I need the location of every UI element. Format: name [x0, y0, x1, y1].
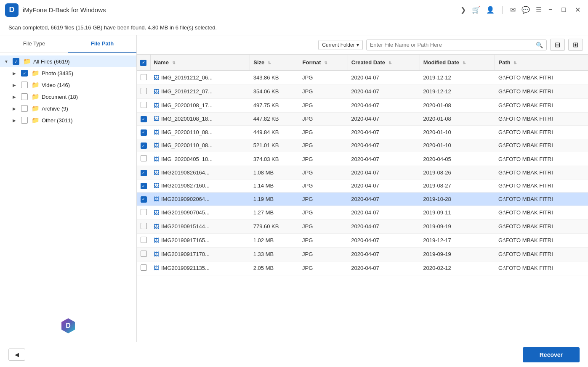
search-icon: 🔍 — [536, 42, 543, 48]
row-checkbox-cell[interactable] — [137, 166, 150, 180]
row-checkbox-cell[interactable] — [137, 261, 150, 275]
row-path: G:\FOTO MBAK FITRI — [495, 261, 588, 275]
row-checkbox[interactable] — [141, 143, 147, 149]
search-input[interactable] — [370, 42, 536, 48]
row-checkbox-cell[interactable] — [137, 247, 150, 261]
checkbox-all-files[interactable] — [13, 58, 19, 65]
row-modified: 2019-12-12 — [420, 71, 495, 85]
row-checkbox-cell[interactable] — [137, 152, 150, 166]
header-checkbox-cell[interactable] — [137, 55, 150, 71]
recover-button[interactable]: Recover — [523, 347, 580, 362]
row-path: G:\FOTO MBAK FITRI — [495, 179, 588, 193]
row-checkbox[interactable] — [141, 183, 147, 189]
row-checkbox-cell[interactable] — [137, 219, 150, 233]
tree-item-document[interactable]: ▶ 📁 Document (18) — [0, 91, 136, 103]
row-checkbox[interactable] — [141, 155, 147, 161]
checkbox-archive[interactable] — [21, 105, 28, 112]
minimize-button[interactable]: − — [546, 5, 555, 15]
row-checkbox[interactable] — [141, 102, 147, 108]
title-bar: D iMyFone D-Back for Windows ❯ 🛒 👤 ✉ 💬 ☰… — [0, 0, 588, 20]
tab-file-path[interactable]: File Path — [68, 35, 136, 53]
row-checkbox[interactable] — [141, 264, 147, 271]
checkbox-photo[interactable] — [21, 70, 28, 77]
row-modified: 2019-08-27 — [420, 179, 495, 193]
row-checkbox-cell[interactable] — [137, 206, 150, 219]
tree-item-other[interactable]: ▶ 📁 Other (3011) — [0, 114, 136, 126]
row-checkbox-cell[interactable] — [137, 112, 150, 126]
row-checkbox-cell[interactable] — [137, 98, 150, 112]
share-icon[interactable]: ❯ — [460, 6, 466, 14]
row-path: G:\FOTO MBAK FITRI — [495, 84, 588, 98]
row-checkbox-cell[interactable] — [137, 139, 150, 152]
table-header-row: Name ⇅ Size ⇅ Format ⇅ Created Date — [137, 55, 588, 71]
file-icon: 🖼 — [154, 237, 159, 243]
tree-item-photo[interactable]: ▶ 📁 Photo (3435) — [0, 67, 136, 79]
search-box[interactable]: 🔍 — [366, 40, 547, 50]
row-checkbox[interactable] — [141, 209, 147, 215]
folder-icon-video: 📁 — [32, 81, 40, 89]
file-icon: 🖼 — [154, 142, 159, 148]
video-label: Video (146) — [42, 82, 70, 88]
header-modified[interactable]: Modified Date ⇅ — [420, 55, 495, 71]
row-checkbox-cell[interactable] — [137, 71, 150, 85]
expand-icon-document: ▶ — [13, 95, 19, 99]
row-created: 2020-04-07 — [348, 261, 420, 275]
header-size[interactable]: Size ⇅ — [250, 55, 299, 71]
row-checkbox-cell[interactable] — [137, 179, 150, 193]
chat-icon[interactable]: 💬 — [521, 6, 530, 14]
mail-icon[interactable]: ✉ — [510, 6, 516, 14]
row-checkbox[interactable] — [141, 116, 147, 122]
row-modified: 2020-02-12 — [420, 261, 495, 275]
row-modified: 2020-01-08 — [420, 98, 495, 112]
tree-item-all-files[interactable]: ▼ 📁 All Files (6619) — [0, 55, 136, 67]
header-format[interactable]: Format ⇅ — [299, 55, 348, 71]
folder-dropdown[interactable]: Current Folder ▾ — [318, 40, 362, 50]
checkbox-document[interactable] — [21, 93, 28, 100]
header-name[interactable]: Name ⇅ — [150, 55, 250, 71]
archive-label: Archive (9) — [42, 106, 68, 112]
row-format: JPG — [299, 152, 348, 166]
file-table: Name ⇅ Size ⇅ Format ⇅ Created Date — [137, 55, 588, 275]
row-created: 2020-04-07 — [348, 71, 420, 85]
row-checkbox-cell[interactable] — [137, 126, 150, 139]
row-path: G:\FOTO MBAK FITRI — [495, 152, 588, 166]
checkbox-other[interactable] — [21, 117, 28, 124]
user-icon[interactable]: 👤 — [486, 6, 495, 14]
table-row: 🖼 IMG_20191212_07... 354.06 KB JPG 2020-… — [137, 84, 588, 98]
row-checkbox[interactable] — [141, 170, 147, 176]
row-modified: 2019-09-11 — [420, 206, 495, 219]
checkbox-video[interactable] — [21, 82, 28, 88]
row-name: 🖼 IMG_20200108_18... — [150, 112, 250, 126]
row-format: JPG — [299, 84, 348, 98]
filter-button[interactable]: ⊟ — [550, 39, 565, 51]
tree-item-video[interactable]: ▶ 📁 Video (146) — [0, 79, 136, 91]
row-checkbox[interactable] — [141, 223, 147, 229]
row-checkbox[interactable] — [141, 251, 147, 257]
row-checkbox[interactable] — [141, 129, 147, 136]
menu-icon[interactable]: ☰ — [536, 6, 542, 14]
row-checkbox[interactable] — [141, 74, 147, 80]
select-all-checkbox[interactable] — [140, 60, 146, 66]
sort-path-icon: ⇅ — [514, 61, 517, 65]
row-checkbox-cell[interactable] — [137, 233, 150, 247]
back-button[interactable]: ◀ — [8, 349, 25, 361]
header-path[interactable]: Path ⇅ — [495, 55, 588, 71]
row-checkbox[interactable] — [141, 196, 147, 203]
view-button[interactable]: ⊞ — [568, 39, 583, 51]
cart-icon[interactable]: 🛒 — [472, 6, 480, 14]
tree-item-archive[interactable]: ▶ 📁 Archive (9) — [0, 103, 136, 114]
close-button[interactable]: ✕ — [572, 5, 583, 15]
row-checkbox-cell[interactable] — [137, 193, 150, 206]
row-format: JPG — [299, 179, 348, 193]
row-name: 🖼 IMG20190827160... — [150, 179, 250, 193]
tab-file-type[interactable]: File Type — [0, 35, 68, 53]
row-created: 2020-04-07 — [348, 166, 420, 180]
header-created[interactable]: Created Date ⇅ — [348, 55, 420, 71]
row-modified: 2019-08-26 — [420, 166, 495, 180]
tab-bar: File Type File Path — [0, 35, 136, 53]
file-icon: 🖼 — [154, 265, 159, 271]
row-checkbox[interactable] — [141, 88, 147, 94]
row-checkbox-cell[interactable] — [137, 84, 150, 98]
maximize-button[interactable]: □ — [559, 5, 568, 15]
row-checkbox[interactable] — [141, 237, 147, 243]
